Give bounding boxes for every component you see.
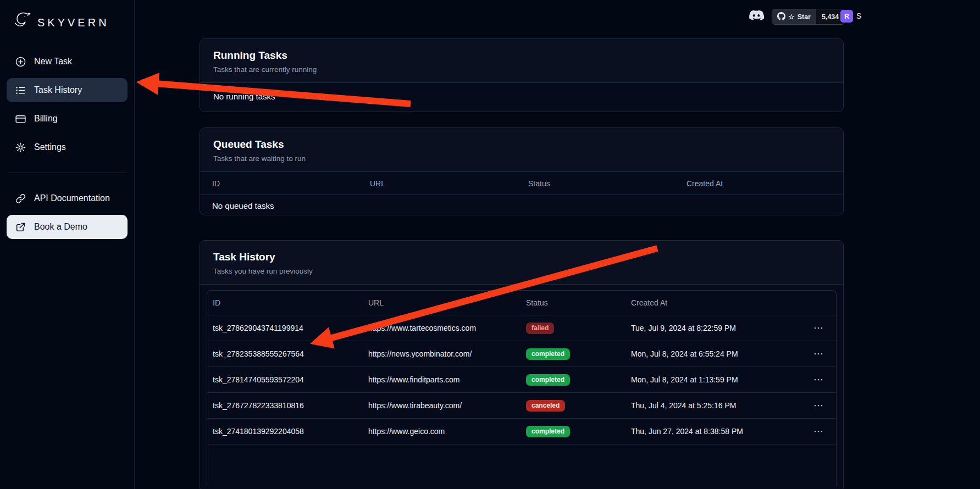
column-header-url: URL — [368, 298, 526, 307]
card-title: Queued Tasks — [213, 138, 830, 151]
brand-logo[interactable]: SKYVERN — [7, 8, 128, 37]
status-badge: completed — [526, 426, 570, 437]
sidebar-item-book-a-demo[interactable]: Book a Demo — [7, 215, 128, 239]
queued-tasks-empty-text: No queued tasks — [200, 195, 843, 215]
status-badge: completed — [526, 374, 570, 386]
task-id: tsk_278147405593572204 — [213, 375, 368, 384]
credit-card-icon — [14, 113, 26, 125]
brand-name: SKYVERN — [37, 16, 109, 29]
row-actions-button[interactable]: ⋯ — [809, 320, 828, 336]
github-star-count-value: 5,434 — [822, 13, 839, 21]
task-url: https://news.ycombinator.com/ — [368, 349, 526, 358]
task-url: https://www.tartecosmetics.com — [368, 324, 526, 332]
running-tasks-empty-text: No running tasks — [200, 83, 843, 110]
task-url: https://www.tirabeauty.com/ — [368, 401, 526, 410]
row-actions-button[interactable]: ⋯ — [809, 372, 828, 387]
column-header-id: ID — [212, 179, 370, 188]
avatar-initial: R — [844, 13, 849, 20]
sidebar-item-task-history[interactable]: Task History — [7, 78, 128, 102]
sidebar-item-label: API Documentation — [34, 193, 110, 203]
external-link-icon — [14, 221, 26, 233]
discord-icon[interactable] — [749, 10, 764, 22]
card-title: Running Tasks — [213, 49, 830, 62]
column-header-status: Status — [526, 298, 631, 307]
running-tasks-header: Running Tasks Tasks that are currently r… — [200, 39, 843, 83]
list-icon — [14, 84, 26, 96]
task-history-header: Task History Tasks you have run previous… — [200, 241, 843, 285]
task-id: tsk_278629043741199914 — [213, 324, 368, 332]
sidebar-item-label: Settings — [34, 142, 66, 152]
task-id: tsk_274180139292204058 — [213, 427, 368, 436]
column-header-url: URL — [370, 179, 528, 188]
link-icon — [14, 192, 26, 204]
card-subtitle: Tasks that are currently running — [213, 65, 830, 74]
queued-table-header: ID URL Status Created At — [200, 172, 843, 195]
status-badge: completed — [526, 348, 570, 360]
sidebar-item-settings[interactable]: Settings — [7, 135, 128, 159]
partial-user-text: S — [856, 12, 861, 20]
gear-icon — [14, 141, 26, 153]
sidebar-item-label: Task History — [34, 85, 82, 95]
task-history-card: Task History Tasks you have run previous… — [200, 240, 844, 489]
table-row[interactable]: tsk_274180139292204058 https://www.geico… — [207, 419, 836, 444]
column-header-status: Status — [528, 179, 686, 188]
task-url: https://www.finditparts.com — [368, 375, 526, 384]
row-actions-button[interactable]: ⋯ — [809, 424, 828, 439]
table-row[interactable]: tsk_276727822333810816 https://www.tirab… — [207, 393, 836, 419]
status-badge: canceled — [526, 400, 565, 412]
column-header-id: ID — [213, 298, 368, 307]
sidebar-divider — [9, 173, 125, 173]
history-table-header: ID URL Status Created At — [207, 291, 836, 315]
task-history-table: ID URL Status Created At tsk_27862904374… — [207, 290, 837, 486]
column-header-created-at: Created At — [631, 298, 805, 307]
github-mark-icon — [777, 12, 785, 22]
sidebar: SKYVERN New Task Task History — [0, 0, 135, 489]
skyvern-dragon-icon — [10, 10, 33, 35]
status-badge: failed — [526, 323, 554, 334]
table-row[interactable]: tsk_278235388555267564 https://news.ycom… — [207, 341, 836, 367]
primary-nav: New Task Task History Billing — [7, 49, 128, 239]
sidebar-item-label: Book a Demo — [34, 222, 87, 232]
sidebar-item-new-task[interactable]: New Task — [7, 49, 128, 74]
sidebar-item-api-documentation[interactable]: API Documentation — [7, 186, 128, 210]
plus-circle-icon — [14, 55, 26, 68]
sidebar-item-billing[interactable]: Billing — [7, 107, 128, 131]
github-star-segment[interactable]: ☆ Star — [772, 9, 816, 24]
card-subtitle: Tasks that are waiting to run — [213, 154, 830, 163]
card-subtitle: Tasks you have run previously — [213, 267, 830, 276]
column-header-created-at: Created At — [686, 179, 843, 188]
star-icon: ☆ — [788, 13, 795, 20]
row-actions-button[interactable]: ⋯ — [809, 346, 828, 362]
task-id: tsk_278235388555267564 — [213, 349, 368, 358]
github-star-label: Star — [798, 13, 811, 21]
table-row[interactable]: tsk_278629043741199914 https://www.tarte… — [207, 315, 836, 341]
queued-tasks-header: Queued Tasks Tasks that are waiting to r… — [200, 128, 843, 172]
github-star-button[interactable]: ☆ Star 5,434 — [772, 9, 845, 25]
task-id: tsk_276727822333810816 — [213, 401, 368, 410]
task-created-at: Tue, Jul 9, 2024 at 8:22:59 PM — [631, 324, 805, 332]
avatar[interactable]: R — [840, 10, 853, 23]
table-row[interactable]: tsk_278147405593572204 https://www.findi… — [207, 367, 836, 393]
task-created-at: Thu, Jun 27, 2024 at 8:38:58 PM — [631, 427, 805, 436]
task-created-at: Mon, Jul 8, 2024 at 6:55:24 PM — [631, 349, 805, 358]
queued-tasks-card: Queued Tasks Tasks that are waiting to r… — [200, 127, 844, 215]
task-created-at: Thu, Jul 4, 2024 at 5:25:16 PM — [631, 401, 805, 410]
task-url: https://www.geico.com — [368, 427, 526, 436]
sidebar-item-label: New Task — [34, 57, 72, 66]
row-actions-button[interactable]: ⋯ — [809, 398, 828, 413]
running-tasks-card: Running Tasks Tasks that are currently r… — [200, 38, 844, 112]
task-created-at: Mon, Jul 8, 2024 at 1:13:59 PM — [631, 375, 805, 384]
sidebar-item-label: Billing — [34, 114, 58, 124]
card-title: Task History — [213, 251, 830, 263]
